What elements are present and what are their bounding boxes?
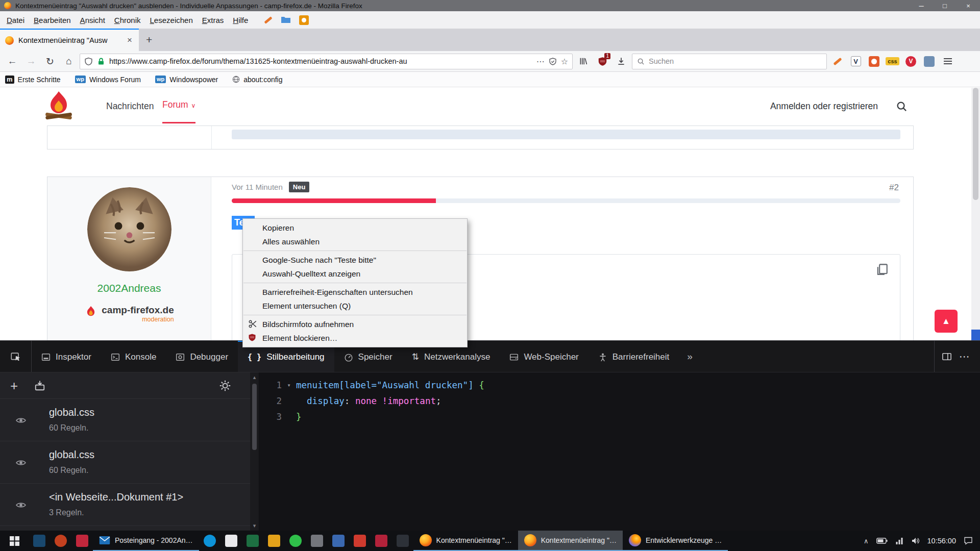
sidebar-scrollbar[interactable]: ▴ ▾ — [250, 372, 259, 531]
download-icon[interactable] — [613, 54, 629, 69]
menu-chronik[interactable]: Chronik — [110, 14, 145, 27]
eye-icon[interactable] — [15, 415, 27, 426]
battery-icon[interactable] — [876, 538, 888, 544]
bookmark-erste-schritte[interactable]: m Erste Schritte — [5, 76, 61, 84]
permissions-shield-icon[interactable] — [549, 57, 557, 66]
code-line-1[interactable]: 1 ▾ menuitem[label="Auswahl drucken"] { — [259, 378, 980, 393]
reader-extension-icon[interactable] — [921, 54, 937, 69]
search-input[interactable] — [649, 57, 822, 65]
lock-icon[interactable] — [97, 57, 105, 66]
ublock-origin-icon[interactable]: 1 — [594, 54, 610, 69]
scroll-down-icon[interactable]: ▾ — [250, 522, 259, 529]
post-number[interactable]: #2 — [889, 183, 899, 193]
url-bar[interactable]: https://www.camp-firefox.de/forum/thema/… — [80, 54, 573, 69]
context-menu-alles-auswaehlen[interactable]: Alles auswählen — [243, 235, 467, 248]
taskbar-app-icon[interactable] — [371, 531, 392, 551]
new-stylesheet-button[interactable]: + — [10, 379, 18, 392]
tab-inspektor[interactable]: Inspektor — [32, 341, 101, 372]
site-nav-nachrichten[interactable]: Nachrichten — [106, 88, 154, 124]
search-bar[interactable] — [632, 54, 827, 69]
stylesheet-item-1[interactable]: global.css 60 Regeln. — [0, 399, 259, 441]
signin-link[interactable]: Anmelden oder registrieren — [770, 88, 878, 124]
pick-element-icon[interactable] — [0, 341, 32, 372]
tray-expand-icon[interactable]: ∧ — [864, 537, 869, 545]
fold-arrow-icon[interactable]: ▾ — [282, 378, 296, 393]
tab-overflow-chevron[interactable]: » — [679, 341, 701, 372]
url-text[interactable]: https://www.camp-firefox.de/forum/thema/… — [109, 57, 532, 65]
eye-icon[interactable] — [15, 499, 27, 511]
minimize-button[interactable]: ─ — [910, 0, 933, 11]
hamburger-menu-icon[interactable] — [940, 54, 955, 69]
bookmark-windows-forum[interactable]: wp Windows Forum — [75, 76, 141, 84]
menu-hilfe[interactable]: Hilfe — [228, 14, 253, 27]
bookmark-about-config[interactable]: about:config — [232, 76, 282, 84]
campfire-logo[interactable] — [44, 90, 74, 122]
forward-button[interactable]: → — [23, 54, 39, 69]
context-menu-kopieren[interactable]: Kopieren — [243, 221, 467, 235]
v-extension-icon[interactable]: V — [848, 54, 864, 69]
devtools-menu-icon[interactable]: ⋯ — [954, 350, 975, 363]
taskbar-app-icon[interactable] — [29, 531, 50, 551]
close-button[interactable]: × — [957, 0, 980, 11]
bookmark-star-icon[interactable]: ☆ — [561, 57, 568, 66]
context-menu-element-blockieren[interactable]: Element blockieren… — [243, 331, 467, 345]
stylesheet-item-2[interactable]: global.css 60 Regeln. — [0, 441, 259, 484]
taskbar-window-firefox-1[interactable]: Kontextmenüeintrag "… — [413, 531, 518, 551]
back-button[interactable]: ← — [4, 54, 20, 69]
network-icon[interactable] — [895, 537, 904, 544]
context-menu-google-suche[interactable]: Google-Suche nach "Teste bitte" — [243, 253, 467, 267]
start-button[interactable] — [0, 531, 29, 551]
code-line-2[interactable]: 2 display: none !important; — [259, 393, 980, 409]
code-line-3[interactable]: 3 } — [259, 409, 980, 425]
maximize-button[interactable]: □ — [933, 0, 957, 11]
taskbar-app-icon[interactable] — [50, 531, 71, 551]
stylesheet-item-3[interactable]: <in Webseite...Dokument #1> 3 Regeln. — [0, 484, 259, 526]
post-timestamp[interactable]: Vor 11 Minuten — [232, 183, 283, 191]
site-nav-forum[interactable]: Forum ∨ — [162, 88, 195, 123]
library-icon[interactable] — [575, 54, 592, 69]
css-editor[interactable]: 1 ▾ menuitem[label="Auswahl drucken"] { … — [259, 372, 980, 531]
taskbar-clock[interactable]: 10:56:00 — [927, 537, 956, 545]
avatar[interactable] — [87, 187, 172, 271]
taskbar-window-posteingang[interactable]: Posteingang - 2002An… — [93, 531, 199, 551]
context-menu-barrierefreiheit[interactable]: Barrierefreiheit-Eigenschaften untersuch… — [243, 285, 467, 299]
scrollbar-thumb[interactable] — [973, 88, 978, 200]
new-tab-button[interactable]: + — [139, 34, 159, 46]
taskbar-app-icon[interactable] — [306, 531, 328, 551]
tab-web-speicher[interactable]: Web-Speicher — [500, 341, 588, 372]
page-actions-icon[interactable]: ⋯ — [536, 57, 545, 66]
bookmark-windowspower[interactable]: wp Windowspower — [155, 76, 218, 84]
blocker-hand-extension-icon[interactable] — [866, 54, 882, 69]
taskbar-app-icon[interactable] — [349, 531, 371, 551]
author-name[interactable]: 2002Andreas — [47, 282, 211, 294]
taskbar-app-icon[interactable] — [71, 531, 93, 551]
menu-extras[interactable]: Extras — [198, 14, 229, 27]
scroll-to-top-button[interactable]: ▲ — [935, 310, 958, 333]
import-stylesheet-icon[interactable] — [34, 380, 45, 391]
context-menu-bildschirmfoto[interactable]: Bildschirmfoto aufnehmen — [243, 317, 467, 331]
v-red-extension-icon[interactable]: V — [903, 54, 919, 69]
menu-datei[interactable]: Datei — [2, 14, 29, 27]
taskbar-app-icon[interactable] — [220, 531, 242, 551]
taskbar-app-icon[interactable] — [263, 531, 285, 551]
eye-icon[interactable] — [15, 457, 27, 468]
taskbar-app-icon[interactable] — [199, 531, 220, 551]
tracking-shield-icon[interactable] — [84, 57, 93, 66]
page-scrollbar[interactable] — [971, 88, 980, 340]
tab-close-icon[interactable]: × — [126, 35, 134, 45]
taskbar-window-devtools[interactable]: Entwicklerwerkzeuge … — [623, 531, 728, 551]
menu-lesezeichen[interactable]: Lesezeichen — [145, 14, 198, 27]
scroll-up-icon[interactable]: ▴ — [250, 374, 259, 381]
tab-debugger[interactable]: Debugger — [166, 341, 238, 372]
css-extension-icon[interactable]: css — [885, 54, 900, 69]
tab-konsole[interactable]: Konsole — [101, 341, 166, 372]
menu-ansicht[interactable]: Ansicht — [76, 14, 110, 27]
tab-barrierefreiheit[interactable]: Barrierefreiheit — [589, 341, 679, 372]
pencil-extension-icon[interactable] — [264, 16, 273, 24]
folder-icon[interactable] — [281, 16, 291, 24]
taskbar-app-icon[interactable] — [285, 531, 306, 551]
gear-icon[interactable] — [219, 380, 231, 392]
site-search-icon[interactable] — [896, 101, 908, 112]
browser-tab-active[interactable]: Kontextmenüeintrag "Ausw × — [0, 29, 139, 51]
dock-split-icon[interactable] — [942, 352, 952, 362]
